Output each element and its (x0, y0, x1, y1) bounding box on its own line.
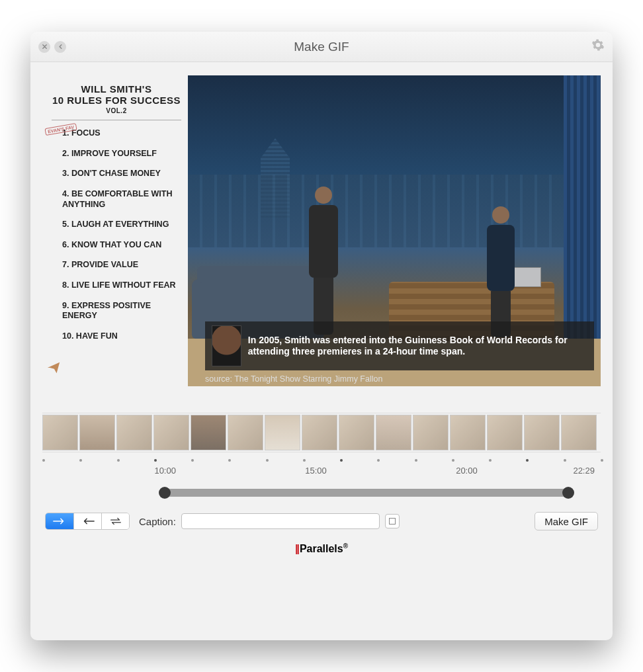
caption-label: Caption: (139, 516, 176, 527)
thumbnail[interactable] (42, 415, 78, 450)
time-label: 10:00 (154, 466, 176, 476)
caption-color-button[interactable] (385, 514, 400, 528)
range-handle-start[interactable] (159, 487, 171, 499)
tick-row (42, 456, 601, 464)
fact-text: In 2005, Smith was entered into the Guin… (248, 335, 587, 358)
thumbnail[interactable] (487, 415, 523, 450)
caption-input[interactable] (181, 513, 380, 529)
direction-reverse-button[interactable] (73, 513, 101, 529)
time-label: 20:00 (456, 466, 478, 476)
rule-item: 10. HAVE FUN (52, 331, 181, 342)
direction-forward-button[interactable] (46, 513, 73, 529)
rule-item: 2. IMPROVE YOURSELF (52, 149, 181, 159)
app-window: Make GIF WILL SMITH'S 10 RULES FOR SUCCE… (30, 32, 613, 640)
make-gif-button[interactable]: Make GIF (535, 512, 598, 530)
rules-volume: VOL.2 (52, 107, 181, 114)
fact-overlay: In 2005, Smith was entered into the Guin… (205, 321, 594, 370)
brand-name: Parallels (300, 543, 343, 554)
thumbnail[interactable] (339, 415, 374, 450)
close-icon[interactable] (38, 41, 50, 53)
direction-bounce-button[interactable] (101, 513, 129, 529)
source-text: source: The Tonight Show Starring Jimmy … (205, 374, 382, 384)
fact-thumbnail (212, 325, 241, 366)
time-label: 15:00 (305, 466, 327, 476)
thumbnail[interactable] (524, 415, 560, 450)
rule-item: 3. DON'T CHASE MONEY (52, 169, 181, 179)
time-labels: 10:00 15:00 20:00 22:29 (42, 466, 601, 478)
rule-item: 9. EXPRESS POSITIVE ENERGY (52, 301, 181, 321)
thumbnail[interactable] (561, 415, 597, 450)
rule-item: 7. PROVIDE VALUE (52, 260, 181, 271)
thumbnail[interactable] (450, 415, 486, 450)
brand-footer: ||Parallels® (42, 542, 601, 555)
parallels-logo-icon: || (295, 543, 298, 554)
thumbnail[interactable] (191, 415, 226, 450)
rules-title-2: 10 RULES FOR SUCCESS (52, 95, 181, 106)
thumbnail[interactable] (265, 415, 300, 450)
titlebar: Make GIF (30, 32, 613, 62)
video-frame: In 2005, Smith was entered into the Guin… (188, 75, 601, 386)
thumbnail[interactable] (228, 415, 263, 450)
rule-item: 5. LAUGH AT EVERYTHING (52, 220, 181, 230)
video-preview: WILL SMITH'S 10 RULES FOR SUCCESS VOL.2 … (42, 75, 601, 386)
direction-segment (45, 513, 130, 530)
time-label: 22:29 (573, 466, 595, 476)
paper-plane-icon (46, 360, 61, 378)
range-slider[interactable] (161, 487, 572, 499)
rules-panel: WILL SMITH'S 10 RULES FOR SUCCESS VOL.2 … (42, 75, 188, 386)
rule-item: 8. LIVE LIFE WITHOUT FEAR (52, 280, 181, 291)
rules-title-1: WILL SMITH'S (52, 83, 181, 95)
thumbnail[interactable] (79, 415, 115, 450)
thumbnail[interactable] (116, 415, 152, 450)
gear-icon[interactable] (591, 38, 605, 55)
rule-item: 4. BE COMFORTABLE WITH ANYTHING (52, 189, 181, 210)
back-icon[interactable] (54, 41, 66, 53)
timeline-panel: 10:00 15:00 20:00 22:29 (42, 413, 601, 555)
window-title: Make GIF (30, 40, 613, 54)
thumbnail[interactable] (302, 415, 337, 450)
thumbnail[interactable] (153, 415, 189, 450)
thumbnail[interactable] (413, 415, 449, 450)
range-handle-end[interactable] (562, 487, 574, 499)
thumbnail-strip[interactable] (42, 413, 601, 452)
thumbnail[interactable] (376, 415, 411, 450)
rule-item: 6. KNOW THAT YOU CAN (52, 240, 181, 251)
